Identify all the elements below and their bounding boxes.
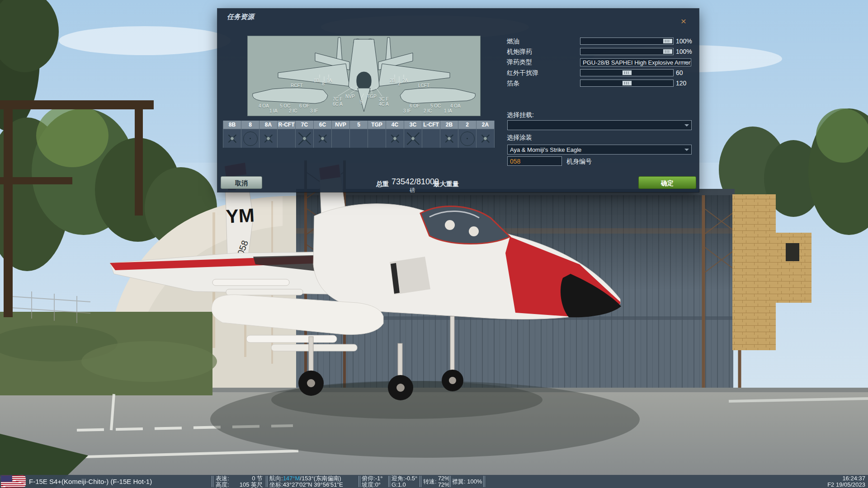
fuel-value: 100% [676,38,692,45]
fuel-slider[interactable] [580,38,674,45]
chaff-value: 120 [676,80,686,87]
divider [212,476,213,487]
station-cell-2B[interactable]: 2B [440,121,458,148]
station-cell-R-CFT[interactable]: R-CFT [277,121,296,148]
station-label: 6C [314,121,331,129]
fuel-label: 燃油 [507,38,519,45]
clock-block: 16:24:37 F2 19/05/2023 [827,475,865,488]
station-label: 8B [223,121,241,129]
diagram-station-label: 2 IC [424,109,432,113]
station-label: L-CFT [422,121,440,129]
station-row: 8B88AR-CFT7C6CNVP5TGP4C3CL-CFT2B22A [223,121,502,148]
weight-unit: 磅 [392,187,433,194]
divider [420,476,421,487]
diagram-station-label: 3C F [379,97,389,102]
aoa-value: -0.5° [405,475,418,482]
pylon-empty-icon [350,129,368,148]
aircraft-name: F-15E S4+(Komeiji-Chito-) (F-15E Hot-1) [29,475,152,488]
station-cell-L-CFT[interactable]: L-CFT [422,121,440,148]
station-cell-TGP[interactable]: TGP [368,121,386,148]
diagram-station-label: 8 [322,82,325,86]
station-cell-3C[interactable]: 3C [404,121,422,148]
cancel-button[interactable]: 取消 [221,176,262,189]
ammo-type-dropdown[interactable]: PGU-28/B SAPHEI High Explosive Armor [580,58,691,66]
diagram-station-label: 4 OA [259,104,269,108]
mission-resources-dialog: 任务资源 × [217,9,699,192]
station-cell-2[interactable]: 2 [458,121,476,148]
gun-ammo-slider[interactable] [580,48,674,55]
dcs-screen: YM 058 [0,0,868,488]
rpm-right: 72% [438,481,450,488]
chaff-slider[interactable] [580,80,674,87]
station-label: 2A [476,121,494,129]
diagram-station-label: 6 OF [299,104,309,108]
g-label: G: [392,482,398,488]
chevron-down-icon [684,61,689,64]
diagram-station-label: 2B [390,79,395,83]
view-mode: F2 [827,481,834,488]
diagram-station-label: 3 IF [310,109,318,113]
mission-date: 19/05/2023 [836,481,865,488]
coord-label: 坐标: [269,482,283,488]
alt-label: 高度: [216,482,229,488]
chaff-slider-handle[interactable] [622,80,632,86]
bank-label: 坡度: [362,482,375,488]
ias-value: 0 节 [252,475,263,482]
divider [483,476,485,487]
station-label: R-CFT [278,121,295,129]
gun-ammo-slider-handle[interactable] [663,49,673,54]
ias-label: 表速: [216,475,229,482]
station-cell-8B[interactable]: 8B [223,121,241,148]
aircraft-stations-diagram: RCFTLCFT8B88A2B22A7C F6C ANVP5TGP3C F4C … [247,36,481,116]
gun-ammo-value: 100% [676,48,692,56]
station-cell-8[interactable]: 8 [241,121,259,148]
gun-ammo-label: 机炮弹药 [507,48,532,56]
us-flag-icon [1,475,26,488]
ammo-type-label: 弹药类型 [507,58,532,66]
rpm-group: 转速: 72%72% [423,475,450,488]
mission-time: 16:24:37 [842,475,865,482]
station-label: 5 [350,121,368,129]
divider [449,476,451,487]
bank-value: 0° [375,482,381,488]
ammo-type-value: PGU-28/B SAPHEI High Explosive Armor [583,59,690,66]
chaff-label: 箔条 [507,80,519,87]
station-label: 3C [404,121,422,129]
station-cell-6C[interactable]: 6C [313,121,332,148]
diagram-station-label: TGP [367,94,377,99]
chevron-down-icon [684,124,689,127]
livery-dropdown[interactable]: Aya & Momiji's Strike Eagle [507,145,692,155]
station-cell-2A[interactable]: 2A [476,121,495,148]
diagram-station-label: 6 OF [410,104,420,108]
station-cell-NVP[interactable]: NVP [331,121,350,148]
pylon-small-x-icon [386,129,404,148]
close-icon[interactable]: × [678,16,689,27]
loadout-label: 选择挂载: [507,111,534,119]
aoa-g-group: 迎角:-0.5° G:1.0 [392,475,417,488]
flares-slider-handle[interactable] [622,70,632,75]
station-cell-5[interactable]: 5 [349,121,368,148]
station-cell-4C[interactable]: 4C [386,121,404,148]
loadout-dropdown[interactable] [507,120,692,130]
station-cell-8A[interactable]: 8A [259,121,278,148]
heading-true: /153°(东南偏南) [300,475,341,482]
pitch-label: 俯仰: [362,475,375,482]
flares-slider[interactable] [580,69,674,76]
flares-value: 60 [676,69,683,77]
diagram-station-label: 1 IA [269,109,278,113]
ok-button[interactable]: 确定 [638,176,696,189]
diagram-station-label: NVP [345,94,355,99]
tail-number-input[interactable] [507,156,562,166]
pylon-small-x-icon [259,129,277,148]
heading-magnetic: 147°M [283,475,300,482]
pitch-bank-group: 俯仰:-1° 坡度:0° [362,475,382,488]
pylon-empty-icon [278,129,295,148]
pylon-small-x-icon [440,129,458,148]
diagram-station-label: 4C A [379,102,389,107]
flaps-group: 襟翼: 100% [452,475,482,488]
diagram-station-label: 2 [398,82,401,86]
fuel-slider-handle[interactable] [663,38,673,44]
max-weight-label: 最大重量 [434,180,459,188]
station-cell-7C[interactable]: 7C [295,121,314,148]
diagram-station-label: 5 [360,100,363,104]
